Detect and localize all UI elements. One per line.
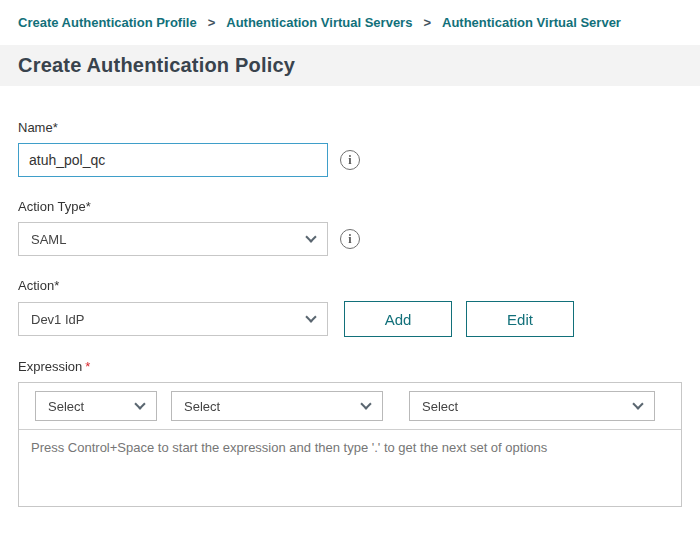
name-field: Name* i bbox=[18, 120, 682, 177]
action-type-field: Action Type* SAML i bbox=[18, 199, 682, 256]
chevron-down-icon bbox=[360, 398, 371, 409]
breadcrumb-link-create-authentication-profile[interactable]: Create Authentication Profile bbox=[18, 15, 197, 30]
breadcrumb-separator-icon: > bbox=[423, 15, 431, 30]
page-header: Create Authentication Policy bbox=[0, 45, 700, 86]
action-label: Action* bbox=[18, 278, 682, 293]
chevron-down-icon bbox=[305, 231, 316, 242]
add-button[interactable]: Add bbox=[344, 301, 452, 337]
action-type-select[interactable]: SAML bbox=[18, 222, 328, 256]
chevron-down-icon bbox=[632, 398, 643, 409]
name-label: Name* bbox=[18, 120, 682, 135]
expression-select-2[interactable]: Select bbox=[171, 391, 383, 421]
policy-form: Name* i Action Type* SAML i Action* Dev1… bbox=[0, 86, 700, 507]
info-icon[interactable]: i bbox=[340, 150, 360, 170]
chevron-down-icon bbox=[305, 311, 316, 322]
action-selected-value: Dev1 IdP bbox=[31, 312, 84, 327]
expression-select-1-value: Select bbox=[48, 399, 84, 414]
action-type-label: Action Type* bbox=[18, 199, 682, 214]
expression-select-3-value: Select bbox=[422, 399, 458, 414]
breadcrumb: Create Authentication Profile > Authenti… bbox=[0, 0, 700, 45]
breadcrumb-link-authentication-virtual-servers[interactable]: Authentication Virtual Servers bbox=[226, 15, 412, 30]
action-field: Action* Dev1 IdP Add Edit bbox=[18, 278, 682, 337]
expression-select-3[interactable]: Select bbox=[409, 391, 655, 421]
create-authentication-policy-page: Create Authentication Profile > Authenti… bbox=[0, 0, 700, 507]
expression-toolbar: Select Select Select bbox=[19, 383, 681, 430]
expression-input[interactable] bbox=[19, 430, 681, 506]
expression-field: Expression* Select Select Select bbox=[18, 359, 682, 507]
action-select[interactable]: Dev1 IdP bbox=[18, 302, 328, 336]
expression-label-text: Expression bbox=[18, 359, 82, 374]
expression-select-1[interactable]: Select bbox=[35, 391, 157, 421]
breadcrumb-separator-icon: > bbox=[208, 15, 216, 30]
edit-button[interactable]: Edit bbox=[466, 301, 574, 337]
expression-label: Expression* bbox=[18, 359, 682, 374]
breadcrumb-link-authentication-virtual-server[interactable]: Authentication Virtual Server bbox=[442, 15, 621, 30]
name-input[interactable] bbox=[18, 143, 328, 177]
chevron-down-icon bbox=[134, 398, 145, 409]
info-icon[interactable]: i bbox=[340, 229, 360, 249]
page-title: Create Authentication Policy bbox=[18, 54, 295, 77]
action-type-selected-value: SAML bbox=[31, 232, 66, 247]
required-asterisk: * bbox=[85, 359, 90, 374]
expression-select-2-value: Select bbox=[184, 399, 220, 414]
expression-builder: Select Select Select bbox=[18, 382, 682, 507]
